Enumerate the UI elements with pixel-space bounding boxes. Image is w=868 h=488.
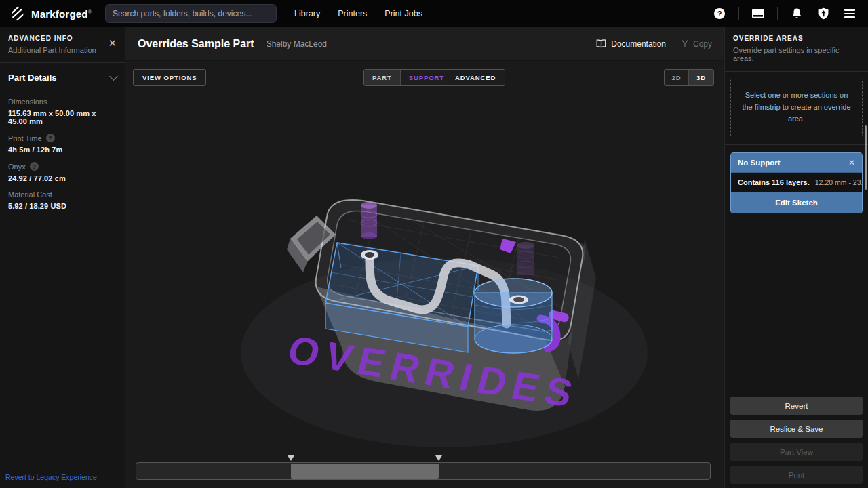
revert-button[interactable]: Revert bbox=[730, 396, 863, 415]
field-dimensions: Dimensions 115.63 mm x 50.00 mm x 45.00 … bbox=[8, 98, 117, 125]
main-content: Overrides Sample Part Shelby MacLeod Doc… bbox=[125, 27, 724, 488]
close-icon[interactable]: ✕ bbox=[108, 38, 117, 48]
override-region-cylinder bbox=[475, 279, 552, 353]
panel-title: OVERRIDE AREAS bbox=[733, 35, 860, 42]
filmstrip-marker[interactable] bbox=[288, 455, 294, 461]
view-options-button[interactable]: VIEW OPTIONS bbox=[133, 69, 206, 86]
field-material-usage: Onyx? 24.92 / 77.02 cm bbox=[8, 162, 117, 182]
nav-print-jobs[interactable]: Print Jobs bbox=[384, 9, 422, 18]
copy-button[interactable]: Copy bbox=[681, 39, 712, 49]
topbar-divider bbox=[738, 7, 739, 20]
filmstrip-selected-range[interactable] bbox=[291, 464, 439, 479]
part-model-canvas[interactable]: OVERRIDES bbox=[125, 61, 724, 488]
support-cylinder-right bbox=[517, 242, 534, 275]
nav-printers[interactable]: Printers bbox=[338, 9, 367, 18]
advanced-info-panel: ADVANCED INFO Additional Part Informatio… bbox=[0, 27, 125, 488]
menu-icon[interactable] bbox=[842, 6, 857, 21]
app-window: Markforged® Library Printers Print Jobs … bbox=[0, 0, 868, 488]
chevron-down-icon bbox=[109, 72, 118, 81]
search-input[interactable] bbox=[113, 9, 269, 18]
page-title: Overrides Sample Part bbox=[138, 38, 254, 50]
override-areas-panel: OVERRIDE AREAS Override part settings in… bbox=[724, 27, 868, 488]
edit-sketch-button[interactable]: Edit Sketch bbox=[731, 192, 862, 213]
printer-status-icon[interactable] bbox=[751, 6, 766, 21]
print-button[interactable]: Print bbox=[730, 466, 863, 484]
documentation-button[interactable]: Documentation bbox=[596, 39, 666, 49]
override-layer-count: Contains 116 layers. bbox=[738, 178, 810, 186]
global-search[interactable] bbox=[105, 4, 277, 23]
notifications-bell-icon[interactable] bbox=[789, 6, 804, 21]
panel-scrollbar[interactable] bbox=[865, 125, 867, 190]
advanced-info-header: ADVANCED INFO Additional Part Informatio… bbox=[0, 27, 125, 63]
shield-update-icon[interactable] bbox=[816, 6, 831, 21]
override-card-details: Contains 116 layers. 12.20 mm - 23.80 mm bbox=[731, 172, 862, 192]
override-name: No Support bbox=[738, 159, 781, 167]
help-tooltip-icon[interactable]: ? bbox=[46, 134, 55, 142]
help-icon[interactable]: ? bbox=[712, 6, 727, 21]
top-navigation-bar: Markforged® Library Printers Print Jobs … bbox=[0, 0, 868, 27]
revert-legacy-link[interactable]: Revert to Legacy Experience bbox=[0, 466, 125, 488]
topbar-icon-group: ? bbox=[712, 6, 857, 21]
markforged-hex-icon bbox=[9, 5, 26, 22]
part-owner: Shelby MacLeod bbox=[267, 39, 327, 49]
part-header: Overrides Sample Part Shelby MacLeod Doc… bbox=[125, 27, 724, 61]
part-details-title: Part Details bbox=[8, 73, 57, 83]
part-details-section-toggle[interactable]: Part Details bbox=[0, 63, 125, 85]
3d-viewport[interactable]: OVERRIDES VIEW OPTIONS PART SUPPORT ADVA… bbox=[125, 61, 724, 488]
action-buttons: Revert Reslice & Save Part View Print bbox=[725, 396, 868, 488]
filmstrip-marker[interactable] bbox=[435, 455, 442, 461]
override-area-card: No Support ✕ Contains 116 layers. 12.20 … bbox=[730, 152, 863, 214]
part-details-fields: Dimensions 115.63 mm x 50.00 mm x 45.00 … bbox=[0, 85, 125, 220]
advanced-button[interactable]: ADVANCED bbox=[446, 69, 505, 86]
brand-name: Markforged® bbox=[31, 8, 92, 20]
filmstrip-instruction: Select one or more sections on the films… bbox=[730, 79, 863, 136]
book-icon bbox=[596, 39, 606, 48]
fork-icon bbox=[681, 39, 689, 48]
panel-subtitle: Additional Part Information bbox=[8, 46, 117, 54]
topbar-divider bbox=[777, 7, 778, 20]
override-height-range: 12.20 mm - 23.80 mm bbox=[815, 178, 863, 186]
field-material-cost: Material Cost 5.92 / 18.29 USD bbox=[8, 190, 117, 210]
toggle-2d[interactable]: 2D bbox=[665, 70, 689, 85]
nav-library[interactable]: Library bbox=[294, 9, 320, 18]
tab-support[interactable]: SUPPORT bbox=[401, 70, 452, 85]
part-support-toggle: PART SUPPORT bbox=[363, 69, 453, 86]
primary-nav: Library Printers Print Jobs bbox=[294, 9, 422, 18]
markforged-logo[interactable]: Markforged® bbox=[9, 5, 92, 22]
tab-part[interactable]: PART bbox=[364, 70, 401, 85]
support-cylinder-left bbox=[361, 202, 377, 239]
help-tooltip-icon[interactable]: ? bbox=[30, 162, 39, 171]
reslice-save-button[interactable]: Reslice & Save bbox=[730, 420, 863, 438]
panel-title: ADVANCED INFO bbox=[8, 35, 117, 42]
toggle-3d[interactable]: 3D bbox=[689, 70, 713, 85]
part-view-button[interactable]: Part View bbox=[730, 443, 863, 461]
brand-trademark: ® bbox=[88, 9, 92, 14]
panel-subtitle: Override part settings in specific areas… bbox=[733, 46, 860, 62]
field-print-time: Print Time? 4h 5m / 12h 7m bbox=[8, 134, 117, 154]
panel-divider bbox=[725, 144, 868, 145]
override-areas-header: OVERRIDE AREAS Override part settings in… bbox=[725, 27, 868, 72]
close-icon[interactable]: ✕ bbox=[848, 159, 855, 167]
layer-filmstrip[interactable] bbox=[136, 462, 711, 480]
override-card-header[interactable]: No Support ✕ bbox=[731, 153, 862, 172]
2d-3d-toggle: 2D 3D bbox=[664, 69, 714, 86]
